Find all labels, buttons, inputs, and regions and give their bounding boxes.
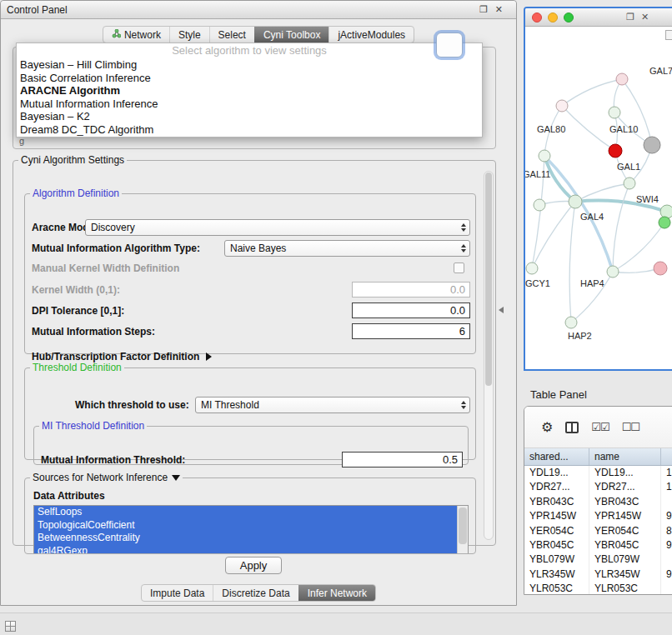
- tab-network[interactable]: Network: [103, 27, 169, 42]
- table-column-header-2[interactable]: [661, 448, 672, 465]
- network-node-gal80[interactable]: [556, 100, 568, 112]
- float-window-icon[interactable]: ❐: [479, 4, 488, 15]
- checked-boxes-icon[interactable]: ☑☑: [591, 421, 609, 433]
- unchecked-boxes-icon[interactable]: ☐☐: [622, 421, 639, 433]
- network-window-titlebar: ❐ ✕: [525, 8, 672, 27]
- network-node-gal4[interactable]: [569, 195, 582, 208]
- control-panel-window: Control Panel ❐ ✕ NetworkStyleSelectCyni…: [0, 0, 517, 606]
- network-node-pink[interactable]: [654, 262, 667, 275]
- network-edge[interactable]: [569, 202, 575, 322]
- algorithm-dropdown-popup: Select algorithm to view settings Bayesi…: [16, 42, 483, 138]
- dropdown-item-bayesian-hill-climbing[interactable]: Bayesian – Hill Climbing: [17, 58, 482, 72]
- table-cell: YBR043C: [589, 495, 661, 509]
- cyni-settings-group-title: Cyni Algorithm Settings: [18, 154, 127, 166]
- network-node-gcy1[interactable]: [526, 262, 538, 274]
- grid-icon[interactable]: [5, 621, 16, 632]
- apply-button[interactable]: Apply: [225, 557, 282, 574]
- table-row[interactable]: YPR145WYPR145W9.: [524, 509, 672, 523]
- tab-select[interactable]: Select: [209, 27, 254, 42]
- attributes-scrollbar-thumb[interactable]: [459, 508, 467, 544]
- settings-scrollbar[interactable]: [484, 171, 494, 540]
- canvas-scrollbar-stub[interactable]: [665, 30, 672, 40]
- kernel-width-field[interactable]: 0.0: [352, 282, 470, 298]
- table-row[interactable]: YBR043CYBR043C: [524, 495, 672, 509]
- mi-steps-field[interactable]: 6: [352, 323, 470, 339]
- dropdown-item-dream8-dc-tdc-algorithm[interactable]: Dream8 DC_TDC Algorithm: [17, 123, 482, 137]
- network-node-gal10[interactable]: [609, 144, 622, 158]
- network-node-bright[interactable]: [659, 217, 670, 228]
- dropdown-item-bayesian-k2[interactable]: Bayesian – K2: [17, 110, 482, 123]
- splitter-collapse-icon[interactable]: [499, 307, 504, 313]
- network-edge[interactable]: [613, 268, 660, 272]
- table-row[interactable]: YER054CYER054C8.: [524, 524, 672, 538]
- tab-cyni-toolbox[interactable]: Cyni Toolbox: [254, 27, 328, 42]
- dpi-tolerance-field[interactable]: 0.0: [352, 302, 470, 318]
- table-row[interactable]: YDR27...YDR27...12: [524, 480, 672, 494]
- columns-icon[interactable]: [565, 422, 579, 433]
- mi-threshold-field[interactable]: 0.5: [342, 452, 463, 468]
- table-row[interactable]: YBL079WYBL079W: [524, 552, 672, 567]
- tab-discretize-data[interactable]: Discretize Data: [213, 585, 298, 601]
- minimize-traffic-light-icon[interactable]: [548, 12, 558, 22]
- table-row[interactable]: YDL19...YDL19...13: [524, 466, 672, 480]
- close-window-icon[interactable]: ✕: [495, 4, 503, 15]
- table-row[interactable]: YBR045CYBR045C9.: [524, 538, 672, 552]
- network-node-swi4[interactable]: [660, 205, 672, 218]
- algorithm-selector-focus-button[interactable]: [436, 32, 463, 58]
- algorithm-definition-group: Algorithm Definition Aracne Mode: Discov…: [24, 188, 476, 354]
- table-cell: YBR043C: [524, 495, 589, 509]
- network-node-gal11[interactable]: [539, 150, 550, 162]
- attribute-item-selfloops[interactable]: SelfLoops: [34, 506, 457, 519]
- tab-style[interactable]: Style: [169, 27, 209, 42]
- dropdown-item-aracne-algorithm[interactable]: ARACNE Algorithm: [17, 84, 482, 98]
- dropdown-item-mutual-information-inference[interactable]: Mutual Information Inference: [17, 98, 482, 111]
- network-node-label-gal80: GAL80: [537, 124, 565, 134]
- collapse-down-icon[interactable]: [172, 475, 180, 481]
- network-node-label-gal4: GAL4: [580, 212, 604, 222]
- network-node-gray[interactable]: [644, 137, 660, 153]
- network-edge[interactable]: [562, 106, 615, 151]
- attribute-item-topologicalcoefficient[interactable]: TopologicalCoefficient: [34, 519, 457, 532]
- table-cell: 12: [661, 480, 672, 494]
- dropdown-item-basic-correlation-inference[interactable]: Basic Correlation Inference: [17, 72, 482, 85]
- attribute-item-gal4rgexp[interactable]: gal4RGexp: [34, 545, 457, 555]
- gear-icon[interactable]: ⚙: [541, 421, 553, 434]
- network-node-gal1[interactable]: [624, 178, 635, 189]
- table-body: YDL19...YDL19...13YDR27...YDR27...12YBR0…: [524, 466, 672, 595]
- settings-scrollbar-thumb[interactable]: [485, 172, 492, 386]
- algorithm-dropdown-items: Bayesian – Hill ClimbingBasic Correlatio…: [17, 58, 482, 136]
- mi-type-select[interactable]: Naive Bayes: [224, 240, 470, 257]
- table-cell: [661, 552, 672, 567]
- close-traffic-light-icon[interactable]: [532, 12, 542, 22]
- table-cell: YPR145W: [524, 509, 589, 523]
- network-graph[interactable]: GAL7GAL80GAL10GAL11GAL1SWI4GAL4GCY1HAP4H…: [525, 27, 672, 371]
- tab-jactivemodules[interactable]: jActiveModules: [328, 27, 414, 42]
- network-node-hap2[interactable]: [565, 317, 577, 328]
- expand-right-icon[interactable]: [206, 352, 212, 361]
- which-threshold-select[interactable]: MI Threshold: [195, 397, 470, 413]
- network-node-mid[interactable]: [609, 107, 620, 118]
- table-row[interactable]: YLR345WYLR345W9.: [524, 568, 672, 582]
- zoom-traffic-light-icon[interactable]: [564, 12, 574, 22]
- aracne-mode-select[interactable]: Discovery: [85, 219, 470, 236]
- table-cell: YDR27...: [589, 480, 661, 494]
- attributes-scrollbar[interactable]: [457, 506, 468, 554]
- network-node-gal7[interactable]: [616, 73, 628, 85]
- table-column-header-shared-[interactable]: shared...: [524, 448, 589, 465]
- table-column-header-name[interactable]: name: [589, 448, 661, 465]
- mi-type-value: Naive Bayes: [230, 242, 286, 254]
- float-window-icon[interactable]: ❐: [626, 12, 634, 22]
- tab-infer-network[interactable]: Infer Network: [298, 585, 375, 601]
- manual-kernel-checkbox[interactable]: [454, 262, 464, 273]
- close-window-icon[interactable]: ✕: [641, 12, 649, 22]
- tab-label: Cyni Toolbox: [263, 29, 320, 41]
- network-node-hap4[interactable]: [607, 266, 619, 278]
- network-edge[interactable]: [532, 202, 575, 268]
- network-edge[interactable]: [562, 79, 622, 106]
- table-row[interactable]: YLR053CYLR053C: [524, 582, 672, 595]
- tab-impute-data[interactable]: Impute Data: [142, 585, 213, 601]
- network-node-left[interactable]: [534, 199, 545, 211]
- network-canvas[interactable]: GAL7GAL80GAL10GAL11GAL1SWI4GAL4GCY1HAP4H…: [525, 27, 672, 371]
- attribute-item-betweennesscentrality[interactable]: BetweennessCentrality: [34, 532, 457, 545]
- network-edge[interactable]: [613, 183, 629, 272]
